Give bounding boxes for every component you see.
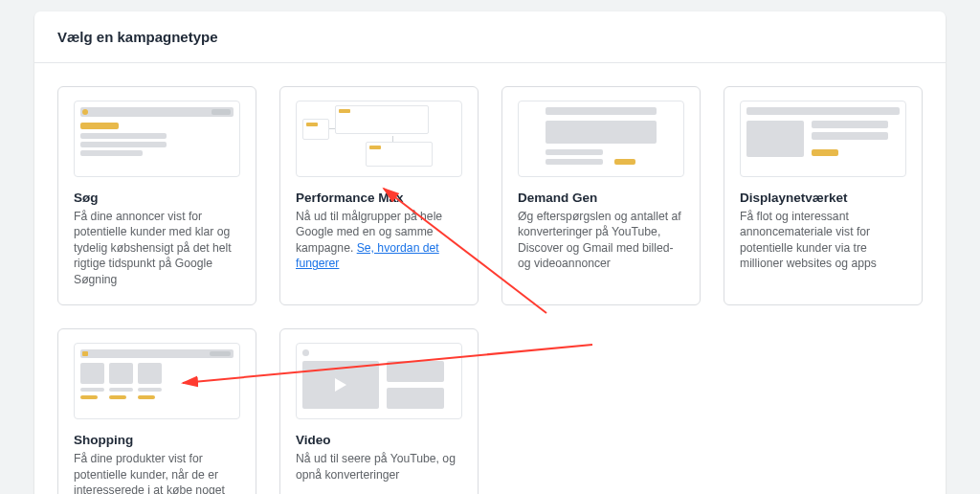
card-desc: Få dine annoncer vist for potentielle ku… [74, 209, 240, 287]
campaign-card-pmax[interactable]: Performance Max Nå ud til målgrupper på … [279, 86, 479, 305]
demand-gen-thumbnail-icon [518, 101, 684, 177]
card-title: Video [296, 433, 462, 447]
card-title: Shopping [74, 433, 240, 447]
search-thumbnail-icon [74, 101, 240, 177]
shopping-thumbnail-icon [74, 343, 240, 419]
card-title: Søg [74, 191, 240, 205]
card-desc: Få dine produkter vist for potentielle k… [74, 451, 240, 494]
campaign-card-shopping[interactable]: Shopping Få dine produkter vist for pote… [57, 328, 256, 494]
campaign-card-display[interactable]: Displaynetværket Få flot og interessant … [724, 86, 923, 305]
card-desc: Få flot og interessant annoncemateriale … [740, 209, 906, 272]
pmax-thumbnail-icon [296, 101, 462, 177]
card-desc: Nå ud til målgrupper på hele Google med … [296, 209, 462, 272]
campaign-type-grid: Søg Få dine annoncer vist for potentiell… [34, 63, 946, 494]
card-title: Displaynetværket [740, 191, 906, 205]
display-thumbnail-icon [740, 101, 906, 177]
card-desc: Øg efterspørgslen og antallet af konvert… [518, 209, 684, 272]
campaign-card-video[interactable]: Video Nå ud til seere på YouTube, og opn… [279, 328, 479, 494]
panel-header: Vælg en kampagnetype [34, 11, 946, 63]
card-title: Demand Gen [518, 191, 684, 205]
video-thumbnail-icon [296, 343, 462, 419]
card-title: Performance Max [296, 191, 462, 205]
panel-title: Vælg en kampagnetype [57, 29, 923, 45]
campaign-card-demand-gen[interactable]: Demand Gen Øg efterspørgslen og antallet… [501, 86, 701, 305]
campaign-type-panel: Vælg en kampagnetype Søg Få dine annonce… [34, 11, 946, 494]
card-desc: Nå ud til seere på YouTube, og opnå konv… [296, 451, 462, 483]
campaign-card-search[interactable]: Søg Få dine annoncer vist for potentiell… [57, 86, 256, 305]
